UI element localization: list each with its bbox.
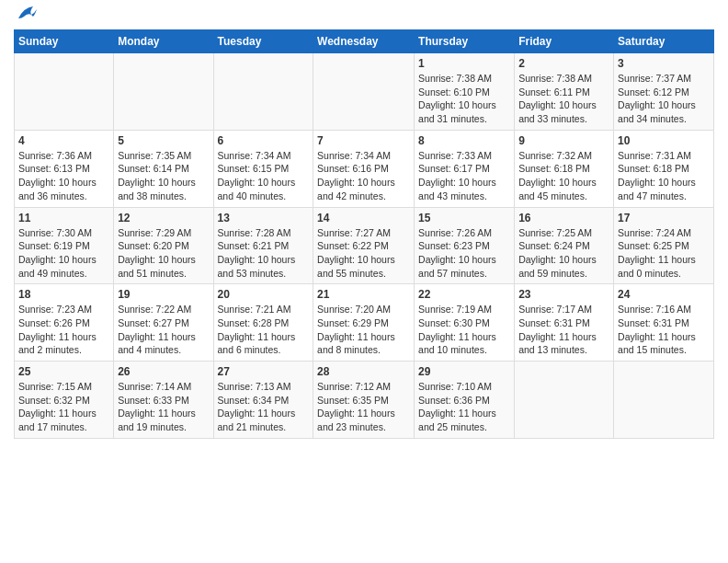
day-number: 5 — [118, 134, 209, 147]
day-info: Sunrise: 7:17 AMSunset: 6:31 PMDaylight:… — [518, 303, 609, 357]
calendar-cell: 13Sunrise: 7:28 AMSunset: 6:21 PMDayligh… — [213, 207, 313, 284]
calendar-cell: 12Sunrise: 7:29 AMSunset: 6:20 PMDayligh… — [114, 207, 213, 284]
day-number: 11 — [18, 212, 109, 224]
calendar-cell — [15, 53, 114, 131]
day-info: Sunrise: 7:34 AMSunset: 6:16 PMDaylight:… — [317, 149, 410, 203]
calendar-cell: 16Sunrise: 7:25 AMSunset: 6:24 PMDayligh… — [515, 207, 614, 284]
calendar-header-sunday: Sunday — [15, 30, 114, 53]
day-info: Sunrise: 7:23 AMSunset: 6:26 PMDaylight:… — [18, 303, 109, 357]
calendar-cell: 5Sunrise: 7:35 AMSunset: 6:14 PMDaylight… — [114, 130, 213, 207]
calendar-cell: 7Sunrise: 7:34 AMSunset: 6:16 PMDaylight… — [313, 130, 415, 207]
calendar-cell: 2Sunrise: 7:38 AMSunset: 6:11 PMDaylight… — [515, 53, 614, 131]
calendar-cell — [515, 362, 614, 439]
calendar-cell: 17Sunrise: 7:24 AMSunset: 6:25 PMDayligh… — [614, 207, 714, 284]
day-number: 3 — [618, 57, 710, 70]
day-number: 15 — [418, 212, 510, 224]
calendar-cell: 4Sunrise: 7:36 AMSunset: 6:13 PMDaylight… — [15, 130, 114, 207]
day-number: 19 — [118, 288, 209, 301]
calendar-header-saturday: Saturday — [614, 30, 714, 53]
calendar-cell: 6Sunrise: 7:34 AMSunset: 6:15 PMDaylight… — [213, 130, 313, 207]
day-info: Sunrise: 7:20 AMSunset: 6:29 PMDaylight:… — [317, 303, 410, 357]
calendar-week-4: 18Sunrise: 7:23 AMSunset: 6:26 PMDayligh… — [15, 284, 714, 362]
calendar-cell: 21Sunrise: 7:20 AMSunset: 6:29 PMDayligh… — [313, 284, 415, 362]
calendar-cell: 22Sunrise: 7:19 AMSunset: 6:30 PMDayligh… — [415, 284, 515, 362]
calendar-cell: 18Sunrise: 7:23 AMSunset: 6:26 PMDayligh… — [15, 284, 114, 362]
day-number: 10 — [618, 134, 710, 147]
calendar-cell: 9Sunrise: 7:32 AMSunset: 6:18 PMDaylight… — [515, 130, 614, 207]
calendar-table: SundayMondayTuesdayWednesdayThursdayFrid… — [14, 29, 714, 439]
day-number: 25 — [18, 365, 109, 378]
day-info: Sunrise: 7:33 AMSunset: 6:17 PMDaylight:… — [418, 149, 510, 203]
calendar-week-1: 1Sunrise: 7:38 AMSunset: 6:10 PMDaylight… — [15, 53, 714, 131]
calendar-week-2: 4Sunrise: 7:36 AMSunset: 6:13 PMDaylight… — [15, 130, 714, 207]
day-info: Sunrise: 7:22 AMSunset: 6:27 PMDaylight:… — [118, 303, 209, 357]
calendar-cell: 24Sunrise: 7:16 AMSunset: 6:31 PMDayligh… — [614, 284, 714, 362]
day-number: 1 — [418, 57, 510, 70]
day-info: Sunrise: 7:32 AMSunset: 6:18 PMDaylight:… — [518, 149, 609, 203]
day-info: Sunrise: 7:10 AMSunset: 6:36 PMDaylight:… — [418, 380, 510, 434]
calendar-week-5: 25Sunrise: 7:15 AMSunset: 6:32 PMDayligh… — [15, 362, 714, 439]
calendar-header-friday: Friday — [515, 30, 614, 53]
calendar-cell: 19Sunrise: 7:22 AMSunset: 6:27 PMDayligh… — [114, 284, 213, 362]
day-number: 14 — [317, 212, 410, 224]
page: SundayMondayTuesdayWednesdayThursdayFrid… — [0, 0, 728, 448]
day-info: Sunrise: 7:24 AMSunset: 6:25 PMDaylight:… — [618, 226, 710, 281]
day-info: Sunrise: 7:37 AMSunset: 6:12 PMDaylight:… — [618, 72, 710, 126]
day-number: 27 — [218, 365, 310, 378]
day-number: 13 — [218, 212, 310, 224]
calendar-cell: 29Sunrise: 7:10 AMSunset: 6:36 PMDayligh… — [415, 362, 515, 439]
day-info: Sunrise: 7:36 AMSunset: 6:13 PMDaylight:… — [18, 149, 109, 203]
calendar-cell — [313, 53, 415, 131]
day-number: 20 — [218, 288, 310, 301]
day-number: 26 — [118, 365, 209, 378]
day-number: 23 — [518, 288, 609, 301]
day-number: 2 — [518, 57, 609, 70]
calendar-cell: 11Sunrise: 7:30 AMSunset: 6:19 PMDayligh… — [15, 207, 114, 284]
day-number: 12 — [118, 212, 209, 224]
logo-bird-icon — [17, 6, 37, 22]
calendar-cell — [213, 53, 313, 131]
day-number: 8 — [418, 134, 510, 147]
day-info: Sunrise: 7:38 AMSunset: 6:11 PMDaylight:… — [518, 72, 609, 126]
calendar-cell: 23Sunrise: 7:17 AMSunset: 6:31 PMDayligh… — [515, 284, 614, 362]
day-info: Sunrise: 7:27 AMSunset: 6:22 PMDaylight:… — [317, 226, 410, 281]
day-number: 28 — [317, 365, 410, 378]
day-info: Sunrise: 7:15 AMSunset: 6:32 PMDaylight:… — [18, 380, 109, 434]
day-info: Sunrise: 7:14 AMSunset: 6:33 PMDaylight:… — [118, 380, 209, 434]
day-number: 21 — [317, 288, 410, 301]
day-number: 16 — [518, 212, 609, 224]
calendar-header-thursday: Thursday — [415, 30, 515, 53]
calendar-cell: 20Sunrise: 7:21 AMSunset: 6:28 PMDayligh… — [213, 284, 313, 362]
calendar-cell: 3Sunrise: 7:37 AMSunset: 6:12 PMDaylight… — [614, 53, 714, 131]
day-number: 9 — [518, 134, 609, 147]
day-info: Sunrise: 7:30 AMSunset: 6:19 PMDaylight:… — [18, 226, 109, 281]
day-number: 22 — [418, 288, 510, 301]
calendar-cell: 10Sunrise: 7:31 AMSunset: 6:18 PMDayligh… — [614, 130, 714, 207]
day-info: Sunrise: 7:35 AMSunset: 6:14 PMDaylight:… — [118, 149, 209, 203]
day-info: Sunrise: 7:25 AMSunset: 6:24 PMDaylight:… — [518, 226, 609, 281]
day-info: Sunrise: 7:29 AMSunset: 6:20 PMDaylight:… — [118, 226, 209, 281]
day-number: 29 — [418, 365, 510, 378]
calendar-cell: 26Sunrise: 7:14 AMSunset: 6:33 PMDayligh… — [114, 362, 213, 439]
day-info: Sunrise: 7:26 AMSunset: 6:23 PMDaylight:… — [418, 226, 510, 281]
calendar-cell: 15Sunrise: 7:26 AMSunset: 6:23 PMDayligh… — [415, 207, 515, 284]
logo — [14, 9, 37, 22]
day-info: Sunrise: 7:21 AMSunset: 6:28 PMDaylight:… — [218, 303, 310, 357]
day-info: Sunrise: 7:28 AMSunset: 6:21 PMDaylight:… — [218, 226, 310, 281]
calendar-header-wednesday: Wednesday — [313, 30, 415, 53]
calendar-cell — [114, 53, 213, 131]
calendar-cell: 25Sunrise: 7:15 AMSunset: 6:32 PMDayligh… — [15, 362, 114, 439]
header — [14, 9, 714, 22]
day-info: Sunrise: 7:19 AMSunset: 6:30 PMDaylight:… — [418, 303, 510, 357]
day-info: Sunrise: 7:13 AMSunset: 6:34 PMDaylight:… — [218, 380, 310, 434]
calendar-cell: 8Sunrise: 7:33 AMSunset: 6:17 PMDaylight… — [415, 130, 515, 207]
calendar-header-tuesday: Tuesday — [213, 30, 313, 53]
day-number: 18 — [18, 288, 109, 301]
day-number: 24 — [618, 288, 710, 301]
calendar-cell: 14Sunrise: 7:27 AMSunset: 6:22 PMDayligh… — [313, 207, 415, 284]
calendar-week-3: 11Sunrise: 7:30 AMSunset: 6:19 PMDayligh… — [15, 207, 714, 284]
calendar-cell: 1Sunrise: 7:38 AMSunset: 6:10 PMDaylight… — [415, 53, 515, 131]
calendar-header-row: SundayMondayTuesdayWednesdayThursdayFrid… — [15, 30, 714, 53]
calendar-cell — [614, 362, 714, 439]
calendar-cell: 27Sunrise: 7:13 AMSunset: 6:34 PMDayligh… — [213, 362, 313, 439]
